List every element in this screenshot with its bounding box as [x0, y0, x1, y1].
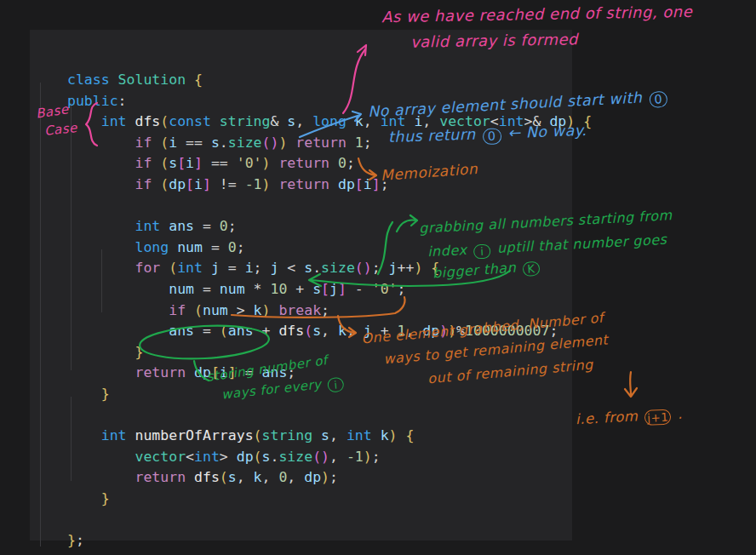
code-token: ; — [346, 155, 355, 171]
code-line[interactable]: return dfs(s, k, 0, dp); — [67, 467, 592, 489]
code-line[interactable]: }; — [67, 530, 592, 552]
code-token: ( — [160, 134, 169, 151]
code-token: ) — [364, 260, 372, 276]
code-token: ; — [228, 218, 237, 234]
code-token — [422, 260, 431, 276]
code-token: if — [135, 155, 160, 171]
code-line[interactable] — [67, 196, 592, 217]
code-token: j — [329, 281, 338, 297]
code-token: = — [194, 218, 220, 234]
circled-char: 0 — [483, 128, 501, 145]
code-token: long — [312, 113, 355, 129]
code-token: 0 — [228, 239, 237, 255]
code-token — [67, 302, 169, 318]
code-token — [67, 449, 135, 465]
code-token: k — [338, 323, 346, 339]
code-token: ; — [364, 134, 372, 151]
code-token: [ — [177, 155, 186, 171]
code-token: == — [203, 155, 237, 171]
code-line[interactable]: if (dp[i] != -1) return dp[i]; — [67, 175, 592, 196]
code-token — [287, 134, 295, 151]
code-token: i — [186, 155, 194, 171]
code-line[interactable]: if (s[i] == '0') return 0; — [67, 153, 592, 175]
code-token: int — [177, 260, 211, 276]
code-token: s — [304, 260, 312, 276]
code-token: ] — [338, 281, 346, 297]
code-token: . — [270, 449, 278, 465]
code-token: s — [228, 469, 237, 485]
code-token: , — [295, 113, 312, 129]
code-token: ) — [389, 427, 398, 443]
code-token: ) — [278, 134, 287, 151]
code-token: ) — [414, 260, 422, 276]
code-line[interactable] — [67, 509, 592, 530]
code-token: ; — [398, 281, 406, 297]
code-token: ) — [262, 176, 271, 192]
code-token: break — [278, 302, 321, 318]
code-token: ; — [237, 239, 245, 255]
code-token: ; — [329, 469, 338, 485]
code-token: vector — [135, 449, 186, 465]
code-token: } — [67, 532, 76, 548]
code-token: int — [194, 449, 220, 465]
code-token — [67, 239, 135, 255]
code-token: = — [194, 281, 220, 297]
code-token: int — [346, 427, 381, 443]
code-token: + — [287, 281, 312, 297]
down-arrow — [625, 372, 637, 397]
code-token — [67, 364, 135, 380]
code-token: num — [177, 239, 203, 255]
code-token: dp — [169, 176, 186, 192]
code-token — [270, 155, 278, 171]
code-token: , — [329, 427, 346, 443]
code-token: * — [245, 281, 271, 297]
code-token: k — [254, 302, 262, 318]
code-token: s — [169, 155, 177, 171]
code-token: j — [270, 260, 278, 276]
code-token: return — [278, 176, 338, 192]
code-token: 1 — [355, 134, 364, 151]
code-token: == — [177, 134, 211, 151]
code-token: public — [67, 93, 118, 109]
code-token: ; — [254, 260, 271, 276]
code-token: k — [254, 469, 262, 485]
code-token: s — [321, 427, 329, 443]
code-token: num — [203, 302, 228, 318]
code-token: dp — [237, 449, 254, 465]
code-token: ) — [321, 469, 329, 485]
code-token: dp — [304, 469, 321, 485]
code-token — [67, 469, 135, 485]
code-token: class — [67, 72, 118, 88]
code-token: num — [220, 281, 245, 297]
code-token — [398, 427, 406, 443]
code-line[interactable]: class Solution { — [67, 70, 592, 91]
code-token — [67, 260, 135, 276]
code-token: ++ — [398, 260, 415, 276]
code-line[interactable] — [67, 405, 592, 426]
code-token — [67, 490, 101, 506]
code-line[interactable]: int numberOfArrays(string s, int k) { — [67, 426, 592, 447]
code-token: ) — [270, 134, 278, 151]
code-token: size — [321, 260, 355, 276]
code-token: i — [364, 176, 372, 192]
circled-char: i — [473, 243, 491, 260]
code-token: size — [278, 449, 312, 465]
code-token: Solution — [118, 72, 186, 88]
code-line[interactable]: vector<int> dp(s.size(), -1); — [67, 447, 592, 468]
code-token: return — [135, 469, 194, 485]
code-token: [ — [355, 176, 364, 192]
code-token: int — [135, 218, 169, 234]
code-token — [67, 323, 169, 339]
code-line[interactable]: } — [67, 489, 592, 510]
code-token: ( — [220, 323, 228, 339]
code-token — [67, 218, 135, 234]
code-line[interactable]: num = num * 10 + s[j] - '0'; — [67, 279, 592, 300]
code-token: ) — [262, 302, 271, 318]
code-token: ) — [321, 449, 329, 465]
code-token: ) — [364, 449, 372, 465]
code-token: return — [135, 364, 194, 380]
annotated-code-screenshot: { "palette": { "page_bg": "#1b1b1c", "ed… — [0, 0, 756, 555]
code-token — [186, 72, 194, 88]
code-token: -1 — [245, 176, 262, 192]
code-token: s — [262, 449, 271, 465]
